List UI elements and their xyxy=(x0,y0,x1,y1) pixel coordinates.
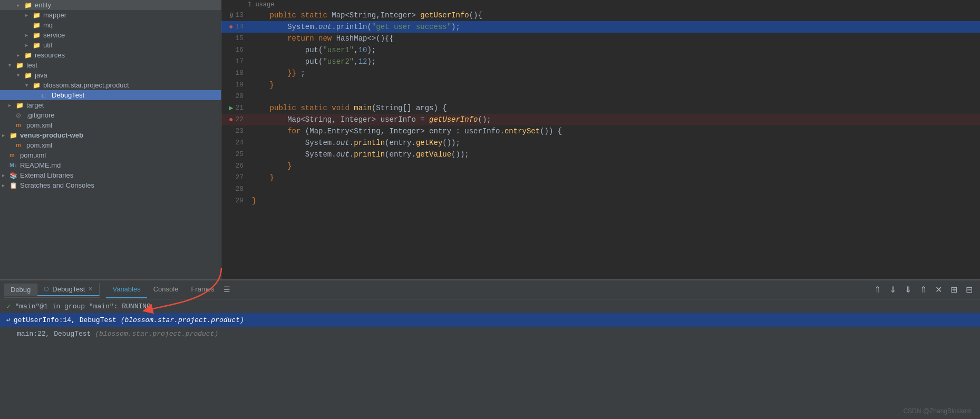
tab-variables[interactable]: Variables xyxy=(106,281,147,298)
md-icon: M↓ xyxy=(9,162,18,169)
sidebar-item-package[interactable]: 📁 blossom.star.project.product xyxy=(0,80,221,90)
arrow-icon xyxy=(17,52,23,58)
breakpoint-icon: ● xyxy=(229,114,233,125)
code-editor[interactable]: @ 13 public static Map<String,Integer> g… xyxy=(221,9,980,279)
menu-icon[interactable]: ☰ xyxy=(220,281,234,298)
line-content-14: System.out.println("get user success"); xyxy=(248,21,980,33)
sidebar-item-label: README.md xyxy=(20,161,61,169)
session-debugtest-label: DebugTest xyxy=(52,285,85,293)
folder-icon: 📁 xyxy=(9,132,18,139)
line-content-13: public static Map<String,Integer> getUse… xyxy=(248,9,980,21)
sidebar-item-pom-root[interactable]: m pom.xml xyxy=(0,150,221,160)
arrow-icon xyxy=(2,182,8,188)
line-content-15: return new HashMap<>(){{ xyxy=(248,33,980,44)
line-content-19: } xyxy=(248,79,980,91)
sidebar-item-scratches[interactable]: 📋 Scratches and Consoles xyxy=(0,180,221,190)
debug-toolbar: ⇑ ⇓ ⇓ ⇑ ✕ ⊞ ⊟ xyxy=(871,282,976,297)
line-gutter-27: 27 xyxy=(221,172,248,183)
restore-layout-button[interactable]: ⊞ xyxy=(947,282,960,297)
sidebar-item-label: service xyxy=(43,31,65,39)
step-into-button[interactable]: ⇓ xyxy=(886,282,899,297)
arrow-icon xyxy=(25,82,32,88)
code-line-23: 23 for (Map.Entry<String, Integer> entry… xyxy=(221,125,980,137)
collapse-button[interactable]: ⊟ xyxy=(963,282,976,297)
line-gutter-20: 20 xyxy=(221,91,248,102)
code-line-18: 18 }} ; xyxy=(221,67,980,79)
step-out-button[interactable]: ⇓ xyxy=(901,282,915,297)
folder-icon: 📁 xyxy=(24,72,33,79)
sidebar-item-readme[interactable]: M↓ README.md xyxy=(0,160,221,170)
step-over-button[interactable]: ⇑ xyxy=(871,282,884,297)
line-content-17: put("user2",12); xyxy=(248,56,980,67)
stop-button[interactable]: ✕ xyxy=(932,282,945,297)
sidebar-item-label: pom.xml xyxy=(20,151,46,159)
sidebar-item-debugtest[interactable]: C DebugTest xyxy=(0,90,221,100)
check-icon: ✓ xyxy=(6,302,11,311)
usage-line: 1 usage xyxy=(221,0,980,9)
sidebar-item-label: .gitignore xyxy=(26,111,54,119)
sidebar-item-label: test xyxy=(26,61,37,69)
sidebar-item-entity[interactable]: 📁 entity xyxy=(0,0,221,10)
code-line-27: 27 } xyxy=(221,172,980,183)
sidebar-item-target[interactable]: 📁 target xyxy=(0,100,221,110)
line-content-20 xyxy=(248,91,980,102)
class-icon: C xyxy=(41,92,50,99)
line-gutter-16: 16 xyxy=(221,44,248,56)
sidebar-item-pom-web[interactable]: m pom.xml xyxy=(0,140,221,150)
arrow-icon xyxy=(2,132,8,138)
sidebar-item-test[interactable]: 📁 test xyxy=(0,60,221,70)
resume-button[interactable]: ⇑ xyxy=(917,282,930,297)
folder-icon: 📁 xyxy=(24,52,33,59)
debug-content: ✓ "main"@1 in group "main": RUNNING ↩ ge… xyxy=(0,299,980,419)
debug-row-text-selected: getUserInfo:14, DebugTest (blossom.star.… xyxy=(14,316,244,324)
tab-console[interactable]: Console xyxy=(147,281,185,298)
debug-tab-bar: Debug ⬡ DebugTest ✕ Variables Console Fr… xyxy=(0,280,980,299)
session-tab-debug[interactable]: Debug xyxy=(4,284,37,296)
sidebar-item-util[interactable]: 📁 util xyxy=(0,40,221,50)
tab-frames[interactable]: Frames xyxy=(185,281,220,298)
debug-row-getuserinfo[interactable]: ↩ getUserInfo:14, DebugTest (blossom.sta… xyxy=(0,313,980,327)
code-line-17: 17 put("user2",12); xyxy=(221,56,980,67)
xml-icon: m xyxy=(9,152,18,159)
debug-row-main-running[interactable]: ✓ "main"@1 in group "main": RUNNING xyxy=(0,299,980,313)
session-tab-debugtest[interactable]: ⬡ DebugTest ✕ xyxy=(37,283,100,296)
line-gutter-18: 18 xyxy=(221,67,248,79)
folder-icon: 📁 xyxy=(24,2,33,9)
line-content-21: public static void main(String[] args) { xyxy=(248,102,980,114)
sidebar-item-ext-libs[interactable]: 📚 External Libraries xyxy=(0,170,221,180)
sidebar-item-pomxml[interactable]: m pom.xml xyxy=(0,120,221,130)
line-gutter-23: 23 xyxy=(221,125,248,137)
line-content-28 xyxy=(248,183,980,195)
code-line-24: 24 System.out.println(entry.getKey()); xyxy=(221,137,980,149)
arrow-icon xyxy=(17,72,23,78)
line-content-18: }} ; xyxy=(248,67,980,79)
folder-icon: 📁 xyxy=(33,82,41,89)
close-session-icon[interactable]: ✕ xyxy=(88,286,93,293)
sidebar-item-service[interactable]: 📁 service xyxy=(0,30,221,40)
line-content-29: } xyxy=(248,195,980,207)
debug-row-main-22[interactable]: main:22, DebugTest (blossom.star.project… xyxy=(0,327,980,340)
sidebar-item-mq[interactable]: 📁 mq xyxy=(0,20,221,30)
sidebar-item-mapper[interactable]: 📁 mapper xyxy=(0,10,221,20)
code-editor-area: 1 usage @ 13 public static Map<String,In… xyxy=(221,0,980,279)
line-gutter-13: @ 13 xyxy=(221,9,248,21)
sidebar-item-label: pom.xml xyxy=(26,141,52,149)
arrow-icon xyxy=(2,172,8,178)
line-gutter-26: 26 xyxy=(221,160,248,172)
line-gutter-25: 25 xyxy=(221,149,248,160)
line-gutter-15: 15 xyxy=(221,33,248,44)
folder-icon: 📁 xyxy=(33,12,41,19)
line-gutter-21: ▶ 21 xyxy=(221,102,248,114)
sidebar-item-label: entity xyxy=(35,1,51,9)
arrow-icon xyxy=(25,12,32,18)
sidebar-item-venus-product-web[interactable]: 📁 venus-product-web xyxy=(0,130,221,140)
sidebar-item-resources[interactable]: 📁 resources xyxy=(0,50,221,60)
sidebar-item-java[interactable]: 📁 java xyxy=(0,70,221,80)
sidebar-item-gitignore[interactable]: ⊘ .gitignore xyxy=(0,110,221,120)
debug-panel: Debug ⬡ DebugTest ✕ Variables Console Fr… xyxy=(0,279,980,419)
folder-icon: 📁 xyxy=(16,102,24,109)
line-content-27: } xyxy=(248,172,980,183)
session-tabs: Debug ⬡ DebugTest ✕ xyxy=(4,282,100,298)
line-gutter-19: 19 xyxy=(221,79,248,91)
line-gutter-29: 29 xyxy=(221,195,248,207)
